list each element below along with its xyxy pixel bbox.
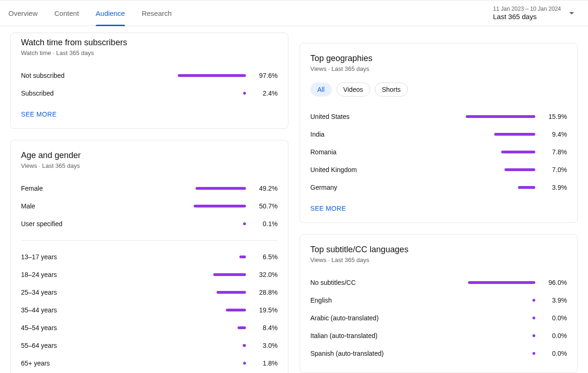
row-percent: 97.6% [251, 72, 278, 79]
bar-track [423, 352, 540, 355]
bar-fill [213, 273, 246, 276]
table-row: No subtitles/CC96.0% [310, 274, 567, 291]
bar-track [134, 362, 251, 365]
row-label: 65+ years [21, 359, 134, 367]
row-label: Arabic (auto-translated) [310, 314, 423, 322]
row-percent: 7.0% [540, 166, 567, 173]
bar-track [423, 317, 540, 319]
bar-track [134, 273, 251, 276]
bar-fill [178, 74, 246, 77]
bar-track [134, 291, 251, 294]
bar-fill [217, 291, 246, 294]
bar-track [134, 309, 251, 311]
bar-track [134, 256, 251, 258]
row-label: No subtitles/CC [310, 279, 423, 286]
row-label: Subscribed [21, 90, 134, 97]
row-percent: 0.1% [251, 220, 278, 228]
bar-track [134, 74, 251, 77]
bar-fill [504, 168, 535, 171]
tab-audience[interactable]: Audience [87, 0, 133, 26]
row-percent: 8.4% [251, 324, 278, 332]
card-title: Age and gender [21, 151, 278, 160]
row-label: 18–24 years [21, 271, 134, 278]
row-percent: 32.0% [251, 271, 278, 278]
row-label: English [310, 297, 423, 304]
tab-research[interactable]: Research [133, 0, 180, 26]
bar-fill [532, 352, 535, 355]
row-label: Germany [310, 184, 423, 191]
left-column: Watch time from subscribers Watch time ·… [10, 33, 288, 373]
date-range-picker[interactable]: 11 Jan 2023 – 10 Jan 2024 Last 365 days [493, 6, 574, 21]
top-subtitles-card: Top subtitle/CC languages Views · Last 3… [300, 234, 578, 373]
row-percent: 96.0% [540, 279, 567, 286]
row-label: India [310, 131, 423, 138]
bar-list: Not subscribed97.6%Subscribed2.4% [21, 67, 278, 102]
bar-fill [243, 92, 246, 95]
row-label: Female [21, 185, 134, 192]
chip-group: AllVideosShorts [310, 83, 567, 97]
bar-fill [226, 309, 246, 311]
bar-track [423, 186, 540, 189]
tab-content[interactable]: Content [46, 0, 88, 26]
table-row: 55–64 years3.0% [21, 337, 278, 354]
row-label: Male [21, 202, 134, 210]
date-range-dates: 11 Jan 2023 – 10 Jan 2024 [493, 6, 561, 13]
date-range-text: 11 Jan 2023 – 10 Jan 2024 Last 365 days [493, 6, 561, 21]
bar-fill [468, 281, 535, 284]
row-label: 55–64 years [21, 342, 134, 349]
table-row: India9.4% [310, 125, 567, 143]
bar-fill [466, 115, 535, 118]
chip-shorts[interactable]: Shorts [375, 83, 407, 97]
table-row: Subscribed2.4% [21, 84, 278, 102]
row-label: 45–54 years [21, 324, 134, 332]
table-row: Arabic (auto-translated)0.0% [310, 309, 567, 327]
table-row: 65+ years1.8% [21, 354, 278, 372]
card-title: Watch time from subscribers [21, 38, 278, 48]
bar-fill [243, 222, 246, 225]
date-range-label: Last 365 days [493, 13, 561, 21]
row-percent: 49.2% [251, 185, 278, 192]
bar-fill [518, 186, 535, 189]
bar-fill [194, 205, 246, 207]
row-label: 25–34 years [21, 289, 134, 296]
bar-list: 13–17 years6.5%18–24 years32.0%25–34 yea… [21, 248, 278, 372]
card-subtitle: Watch time · Last 365 days [21, 49, 278, 56]
see-more-link[interactable]: SEE MORE [310, 205, 567, 212]
row-label: User specified [21, 220, 134, 228]
bar-track [134, 222, 251, 225]
bar-track [423, 168, 540, 171]
table-row: 35–44 years19.5% [21, 301, 278, 319]
card-title: Top geographies [310, 54, 567, 63]
bar-track [423, 281, 540, 284]
table-row: 18–24 years32.0% [21, 266, 278, 283]
content: Watch time from subscribers Watch time ·… [0, 26, 588, 373]
table-row: 45–54 years8.4% [21, 319, 278, 337]
chip-all[interactable]: All [310, 83, 332, 97]
bar-track [134, 326, 251, 329]
row-label: United States [310, 113, 423, 120]
table-row: 13–17 years6.5% [21, 248, 278, 266]
card-title: Top subtitle/CC languages [310, 245, 567, 255]
bar-track [423, 115, 540, 118]
bar-fill [532, 299, 535, 302]
bar-track [134, 344, 251, 347]
table-row: 25–34 years28.8% [21, 283, 278, 301]
row-label: Romania [310, 148, 423, 156]
table-row: Spanish (auto-translated)0.0% [310, 345, 567, 362]
bar-fill [238, 326, 246, 329]
see-more-link[interactable]: SEE MORE [21, 111, 278, 118]
bar-fill [243, 362, 246, 365]
chip-videos[interactable]: Videos [336, 83, 371, 97]
card-subtitle: Views · Last 365 days [310, 256, 567, 263]
top-bar: OverviewContentAudienceResearch 11 Jan 2… [0, 0, 588, 26]
table-row: Female49.2% [21, 180, 278, 197]
tab-overview[interactable]: Overview [0, 0, 46, 26]
row-label: Not subscribed [21, 72, 134, 79]
table-row: Male50.7% [21, 197, 278, 215]
bar-list: United States15.9%India9.4%Romania7.8%Un… [310, 108, 567, 196]
row-percent: 3.0% [251, 342, 278, 349]
bar-fill [196, 187, 246, 190]
row-percent: 0.0% [540, 350, 567, 357]
row-label: United Kingdom [310, 166, 423, 173]
age-gender-card: Age and gender Views · Last 365 days Fem… [10, 140, 288, 373]
